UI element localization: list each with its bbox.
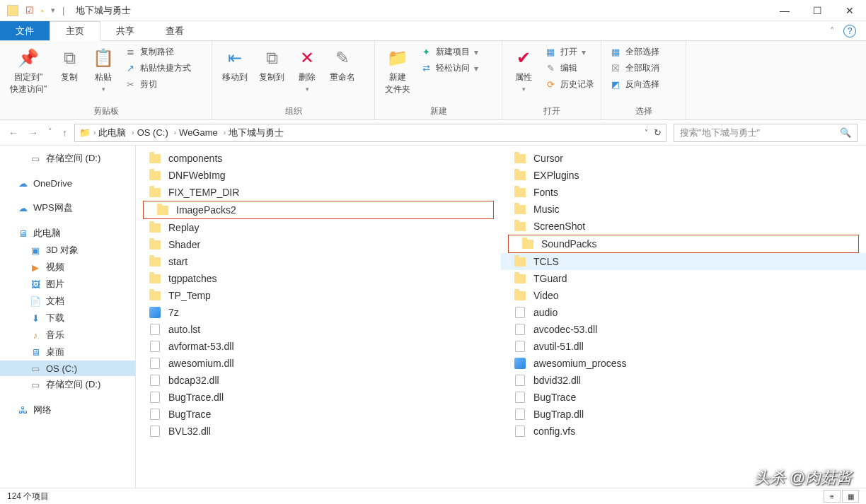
tree-item-onedrive[interactable]: ☁OneDrive xyxy=(0,175,135,191)
tree-item-storage-d2[interactable]: ▭存储空间 (D:) xyxy=(0,376,135,393)
file-item[interactable]: BVL32.dll xyxy=(136,423,501,440)
tree-item-videos[interactable]: ▶视频 xyxy=(0,259,135,276)
file-item[interactable]: auto.lst xyxy=(136,321,501,338)
paste-button[interactable]: 📋 粘贴 ▾ xyxy=(88,45,119,94)
tree-item-pictures[interactable]: 🖼图片 xyxy=(0,276,135,293)
file-item[interactable]: bdcap32.dll xyxy=(136,372,501,389)
address-bar[interactable]: 📁 › 此电脑› OS (C:)› WeGame› 地下城与勇士 ˅ ↻ xyxy=(74,124,666,142)
tree-item-downloads[interactable]: ⬇下载 xyxy=(0,310,135,327)
invert-selection-button[interactable]: ◩反向选择 xyxy=(607,78,662,91)
file-item[interactable]: Video xyxy=(501,287,866,304)
tree-item-wps[interactable]: ☁WPS网盘 xyxy=(0,199,135,216)
easy-access-button[interactable]: ⇄轻松访问 ▾ xyxy=(417,61,481,75)
file-item[interactable]: BugTrace xyxy=(501,389,866,406)
refresh-button[interactable]: ↻ xyxy=(654,127,662,138)
file-item[interactable]: avutil-51.dll xyxy=(501,338,866,355)
file-item[interactable]: Shader xyxy=(136,236,501,253)
file-item[interactable]: Music xyxy=(501,201,866,218)
file-item[interactable]: TCLS xyxy=(501,253,866,270)
navigation-pane[interactable]: ▭存储空间 (D:) ☁OneDrive ☁WPS网盘 🖥此电脑 ▣3D 对象 … xyxy=(0,146,136,488)
file-item[interactable]: avcodec-53.dll xyxy=(501,321,866,338)
qat-check-icon[interactable]: ☑ xyxy=(25,5,34,16)
maximize-button[interactable]: ☐ xyxy=(801,0,833,21)
open-button[interactable]: ▦打开 ▾ xyxy=(542,45,597,59)
select-all-button[interactable]: ▦全部选择 xyxy=(607,45,662,59)
tree-item-3d[interactable]: ▣3D 对象 xyxy=(0,242,135,259)
file-list[interactable]: componentsDNFWebImgFIX_TEMP_DIRImagePack… xyxy=(136,146,866,488)
file-name: ImagePacks2 xyxy=(176,204,236,216)
file-item[interactable]: awesomium_process xyxy=(501,355,866,372)
move-to-button[interactable]: ⇤移动到 xyxy=(218,45,252,85)
tree-item-music[interactable]: ♪音乐 xyxy=(0,327,135,344)
file-item[interactable]: Cursor xyxy=(501,150,866,167)
up-button[interactable]: ↑ xyxy=(62,127,67,139)
properties-button[interactable]: ✔属性▾ xyxy=(508,45,539,94)
file-item[interactable]: BugTrap.dll xyxy=(501,406,866,423)
details-view-button[interactable]: ≡ xyxy=(824,490,841,503)
address-dropdown-icon[interactable]: ˅ xyxy=(645,129,648,136)
file-item[interactable]: FIX_TEMP_DIR xyxy=(136,184,501,201)
tab-home[interactable]: 主页 xyxy=(50,21,100,41)
tree-item-storage-d[interactable]: ▭存储空间 (D:) xyxy=(0,150,135,167)
copy-button[interactable]: ⧉ 复制 xyxy=(54,45,85,85)
pin-quick-access-button[interactable]: 📌 固定到" 快速访问" xyxy=(6,45,51,97)
recent-locations-button[interactable]: ˅ xyxy=(48,127,52,139)
file-item[interactable]: bdvid32.dll xyxy=(501,372,866,389)
file-item[interactable]: TP_Temp xyxy=(136,287,501,304)
file-item[interactable]: config.vfs xyxy=(501,423,866,440)
video-icon: ▶ xyxy=(30,262,41,273)
help-icon[interactable]: ? xyxy=(843,25,856,37)
file-item[interactable]: 7z xyxy=(136,304,501,321)
minimize-ribbon-icon[interactable]: ˄ xyxy=(830,25,835,36)
tree-item-os-c[interactable]: ▭OS (C:) xyxy=(0,361,135,376)
file-item[interactable]: EXPlugins xyxy=(501,167,866,184)
history-button[interactable]: ⟳历史记录 xyxy=(542,78,597,91)
search-input[interactable]: 搜索"地下城与勇士" 🔍 xyxy=(674,124,858,142)
tree-item-desktop[interactable]: 🖥桌面 xyxy=(0,344,135,361)
tab-file[interactable]: 文件 xyxy=(0,21,50,40)
file-item[interactable]: DNFWebImg xyxy=(136,167,501,184)
tree-item-documents[interactable]: 📄文档 xyxy=(0,293,135,310)
file-name: bdvid32.dll xyxy=(533,375,581,386)
cut-button[interactable]: ✂剪切 xyxy=(122,78,194,91)
new-folder-button[interactable]: 📁新建 文件夹 xyxy=(381,45,415,97)
edit-button[interactable]: ✎编辑 xyxy=(542,61,597,75)
minimize-button[interactable]: — xyxy=(768,0,801,21)
file-item[interactable]: TGuard xyxy=(501,270,866,287)
back-button[interactable]: ← xyxy=(8,127,18,139)
file-item[interactable]: components xyxy=(136,150,501,167)
icons-view-button[interactable]: ▦ xyxy=(842,490,859,503)
breadcrumb-segment[interactable]: OS (C:)› xyxy=(137,127,176,138)
rename-button[interactable]: ✎重命名 xyxy=(325,45,359,85)
tree-item-thispc[interactable]: 🖥此电脑 xyxy=(0,225,135,242)
breadcrumb-segment[interactable]: 地下城与勇士 xyxy=(229,127,284,139)
file-name: BugTrace xyxy=(168,409,211,420)
file-item[interactable]: Replay xyxy=(136,219,501,236)
file-item[interactable]: Fonts xyxy=(501,184,866,201)
file-item[interactable]: tgppatches xyxy=(136,270,501,287)
copy-to-button[interactable]: ⧉复制到 xyxy=(255,45,289,85)
breadcrumb-segment[interactable]: 此电脑› xyxy=(98,127,134,139)
file-item[interactable]: BugTrace.dll xyxy=(136,389,501,406)
new-item-button[interactable]: ✦新建项目 ▾ xyxy=(417,45,481,59)
qat-dropdown-icon[interactable]: ▾ xyxy=(51,6,55,15)
forward-button[interactable]: → xyxy=(28,127,38,139)
tab-share[interactable]: 共享 xyxy=(100,21,150,40)
qat-folder-icon[interactable]: ▪ xyxy=(41,6,44,15)
file-item[interactable]: ImagePacks2 xyxy=(144,201,493,218)
select-none-button[interactable]: ☒全部取消 xyxy=(607,61,662,75)
copy-path-button[interactable]: ≣复制路径 xyxy=(122,45,194,59)
delete-button[interactable]: ✕删除▾ xyxy=(291,45,323,94)
tab-view[interactable]: 查看 xyxy=(150,21,200,40)
file-item[interactable]: audio xyxy=(501,304,866,321)
tree-item-network[interactable]: 🖧网络 xyxy=(0,402,135,418)
file-item[interactable]: avformat-53.dll xyxy=(136,338,501,355)
close-button[interactable]: ✕ xyxy=(833,0,866,21)
paste-shortcut-button[interactable]: ↗粘贴快捷方式 xyxy=(122,61,194,75)
file-item[interactable]: BugTrace xyxy=(136,406,501,423)
file-item[interactable]: awesomium.dll xyxy=(136,355,501,372)
file-item[interactable]: ScreenShot xyxy=(501,218,866,235)
breadcrumb-segment[interactable]: WeGame› xyxy=(179,127,226,138)
file-item[interactable]: start xyxy=(136,253,501,270)
file-item[interactable]: SoundPacks xyxy=(509,235,858,252)
